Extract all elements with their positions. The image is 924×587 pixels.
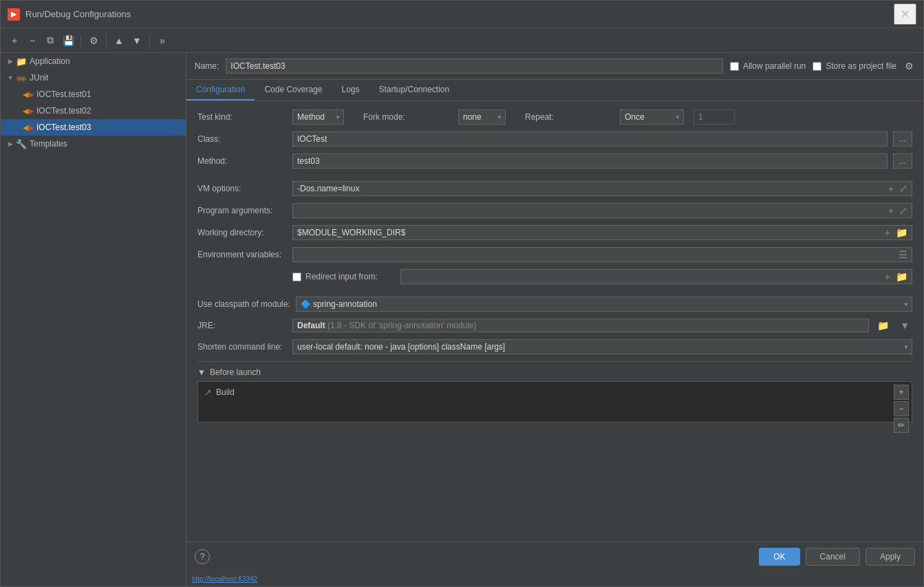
junit-icon: ◈ ◈ (16, 72, 27, 83)
repeat-select[interactable]: Once N Times Until Failure (620, 109, 684, 125)
classpath-module-row: Use classpath of module: 🔷 spring-annota… (197, 297, 912, 312)
before-launch-label: Before launch (210, 367, 261, 377)
class-label: Class: (197, 134, 287, 144)
redirect-input-checkbox[interactable] (292, 273, 301, 281)
sidebar-item-test03[interactable]: ◀ ▶ IOCTest.test03 (1, 119, 186, 136)
cancel-button[interactable]: Cancel (806, 548, 860, 566)
classpath-module-select[interactable]: 🔷 spring-annotation (296, 297, 912, 312)
vm-options-expand-button[interactable]: ⤢ (896, 182, 910, 195)
settings-button[interactable]: ⚙ (85, 32, 102, 49)
shorten-cmd-label: Shorten command line: (197, 342, 287, 352)
env-vars-input[interactable] (293, 248, 896, 262)
save-config-button[interactable]: 💾 (60, 32, 76, 49)
tab-configuration[interactable]: Configuration (186, 80, 255, 100)
close-button[interactable]: ✕ (894, 3, 916, 25)
program-args-input[interactable] (293, 204, 885, 217)
class-input[interactable] (292, 131, 888, 147)
before-launch-section: ▼ Before launch ↗ Build + − ✏ (197, 361, 912, 423)
class-browse-button[interactable]: ... (893, 131, 912, 147)
program-args-expand-button[interactable]: ⤢ (896, 204, 910, 217)
sidebar-item-junit[interactable]: ▼ ◈ ◈ JUnit (1, 70, 186, 86)
store-as-project-checkbox[interactable] (813, 62, 821, 71)
more-button[interactable]: » (154, 32, 171, 49)
allow-parallel-checkbox[interactable] (730, 62, 739, 71)
build-item: ↗ Build (201, 385, 909, 400)
working-dir-field-wrapper: + 📁 (292, 225, 912, 240)
tab-startup-connection[interactable]: Startup/Connection (369, 80, 459, 100)
sidebar-label-test02: IOCTest.test02 (36, 106, 91, 116)
sidebar-item-test02[interactable]: ◀ ▶ IOCTest.test02 (1, 103, 186, 119)
divider-1 (197, 175, 912, 181)
working-dir-browse-button[interactable]: 📁 (893, 226, 910, 239)
run-debug-window: ▶ Run/Debug Configurations ✕ + − ⧉ 💾 ⚙ ▲… (0, 0, 924, 587)
env-vars-field-wrapper: ☰ (292, 247, 912, 262)
sidebar-item-test01[interactable]: ◀ ▶ IOCTest.test01 (1, 86, 186, 103)
redirect-input-row: Redirect input from: + 📁 (197, 269, 912, 284)
program-args-add-button[interactable]: + (885, 204, 896, 217)
help-button[interactable]: ? (195, 549, 210, 564)
name-input[interactable] (226, 58, 723, 74)
tabs-bar: Configuration Code Coverage Logs Startup… (186, 80, 923, 101)
name-label: Name: (195, 61, 219, 71)
test-kind-label: Test kind: (197, 112, 287, 122)
jre-label: JRE: (197, 321, 287, 330)
before-launch-remove-button[interactable]: − (894, 401, 909, 416)
program-args-row: Program arguments: + ⤢ (197, 203, 912, 218)
before-launch-add-button[interactable]: + (894, 385, 909, 400)
vm-options-field-wrapper: + ⤢ (292, 181, 912, 196)
redirect-input-label: Redirect input from: (305, 272, 395, 281)
ok-button[interactable]: OK (759, 548, 799, 566)
divider-2 (197, 291, 912, 297)
remove-config-button[interactable]: − (24, 32, 41, 49)
working-dir-add-button[interactable]: + (882, 226, 893, 239)
before-launch-edit-button[interactable]: ✏ (894, 418, 909, 433)
sidebar-label-test03: IOCTest.test03 (36, 122, 91, 132)
jre-browse-button[interactable]: 📁 (874, 319, 892, 332)
env-vars-edit-button[interactable]: ☰ (896, 248, 910, 262)
classpath-module-label: Use classpath of module: (197, 299, 290, 309)
vm-options-add-button[interactable]: + (885, 182, 896, 195)
jre-text: Default (1.8 - SDK of 'spring-annotation… (297, 321, 864, 330)
jre-dropdown-button[interactable]: ▼ (897, 319, 912, 332)
test-kind-select[interactable]: Method Class Package (292, 109, 344, 125)
redirect-input-field[interactable] (401, 270, 882, 284)
tab-logs[interactable]: Logs (332, 80, 369, 100)
fork-mode-select[interactable]: none method class (458, 109, 506, 125)
apply-button[interactable]: Apply (866, 548, 915, 566)
redirect-browse-button[interactable]: 📁 (893, 270, 910, 284)
main-panel: Name: Allow parallel run Store as projec… (186, 53, 923, 586)
status-link[interactable]: http://localhost:63342 (192, 575, 257, 583)
program-args-actions: + ⤢ (885, 204, 912, 217)
before-launch-actions: + − ✏ (894, 385, 909, 433)
toolbar-separator-2 (106, 34, 107, 47)
copy-config-button[interactable]: ⧉ (42, 32, 58, 49)
allow-parallel-label: Allow parallel run (743, 61, 806, 71)
expand-arrow-application: ▶ (6, 57, 14, 65)
redirect-input-field-wrapper: + 📁 (400, 269, 912, 284)
method-input[interactable] (292, 153, 888, 169)
repeat-label: Repeat: (525, 112, 614, 122)
redirect-add-button[interactable]: + (882, 270, 893, 284)
before-launch-content: ↗ Build + − ✏ (197, 381, 912, 423)
config-panel: Test kind: Method Class Package Fork mod… (186, 101, 923, 542)
method-browse-button[interactable]: ... (893, 153, 912, 169)
fork-mode-select-wrapper: none method class (458, 109, 506, 125)
shorten-cmd-select[interactable]: user-local default: none - java [options… (292, 339, 912, 354)
sidebar-item-templates[interactable]: ▶ 🔧 Templates (1, 136, 186, 152)
templates-icon: 🔧 (16, 138, 27, 149)
vm-options-input[interactable] (293, 182, 885, 195)
gear-settings-button[interactable]: ⚙ (903, 59, 915, 73)
working-dir-input[interactable] (293, 226, 882, 239)
shorten-cmd-row: Shorten command line: user-local default… (197, 339, 912, 354)
tab-code-coverage[interactable]: Code Coverage (255, 80, 332, 100)
move-down-button[interactable]: ▼ (129, 32, 145, 49)
repeat-count-input[interactable] (694, 109, 735, 125)
sidebar-item-application[interactable]: ▶ 📁 Application (1, 53, 186, 70)
sidebar-label-test01: IOCTest.test01 (36, 89, 91, 99)
before-launch-header[interactable]: ▼ Before launch (197, 367, 912, 377)
move-up-button[interactable]: ▲ (111, 32, 127, 49)
working-dir-row: Working directory: + 📁 (197, 225, 912, 240)
test03-icon: ◀ ▶ (23, 122, 34, 133)
add-config-button[interactable]: + (6, 32, 23, 49)
allow-parallel-checkbox-area: Allow parallel run (730, 61, 806, 71)
